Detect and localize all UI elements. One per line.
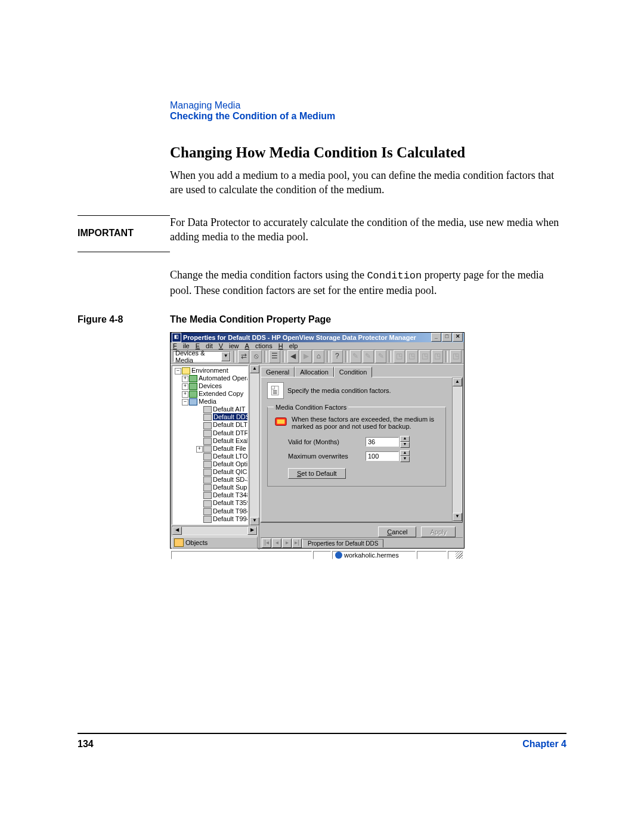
tree-leaf[interactable]: Default DLT [195, 421, 246, 429]
cancel-button[interactable]: Cancel [378, 527, 416, 537]
menu-view[interactable]: View [219, 342, 239, 349]
titlebar[interactable]: ◧ Properties for Default DDS - HP OpenVi… [171, 333, 464, 342]
page-vscroll[interactable]: ▲ ▼ [452, 377, 462, 522]
status-left [171, 551, 312, 559]
nav-prev-icon[interactable]: ◂ [272, 538, 281, 548]
tape-icon [203, 422, 212, 429]
scroll-right-icon[interactable]: ▶ [247, 527, 257, 535]
tree-leaf[interactable]: Default QIC [195, 468, 246, 476]
valid-for-label: Valid for (Months) [288, 438, 366, 445]
set-to-default-button[interactable]: Set to Default [288, 468, 346, 479]
nav-first-icon[interactable]: |◂ [262, 538, 271, 548]
scroll-left-icon[interactable]: ◀ [172, 527, 182, 535]
toolbar-stop-icon[interactable]: ⦸ [250, 350, 262, 363]
chapter-label: Chapter 4 [522, 739, 566, 750]
tree-leaf[interactable]: Default SuperDLT [195, 484, 246, 491]
tree-leaf[interactable]: Default AIT [195, 405, 246, 413]
scroll-down-icon[interactable]: ▼ [453, 513, 462, 521]
tree-leaf[interactable]: Default Exabyte [195, 437, 246, 445]
toolbar-fwd-icon[interactable]: ▶ [300, 350, 311, 363]
figure-label: Figure 4-8 [78, 314, 170, 325]
toolbar-back-icon[interactable]: ◀ [287, 350, 299, 363]
tree-leaf-selected[interactable]: Default DDS [195, 413, 246, 421]
toolbar-icon-g[interactable]: ◳ [432, 350, 443, 363]
spin-down-icon[interactable]: ▼ [400, 456, 410, 462]
dialog-window: ◧ Properties for Default DDS - HP OpenVi… [170, 332, 465, 549]
spin-up-icon[interactable]: ▲ [400, 450, 410, 456]
objects-tab[interactable]: Objects [172, 537, 258, 549]
tree-root[interactable]: Environment [174, 367, 246, 374]
apply-button[interactable]: Apply [421, 527, 456, 537]
toolbar-icon-h[interactable]: ◳ [450, 350, 462, 363]
tree-leaf[interactable]: Default File [195, 445, 246, 453]
minimize-button[interactable]: _ [431, 333, 441, 342]
window-title: Properties for Default DDS - HP OpenView… [183, 334, 431, 341]
nav-next-icon[interactable]: ▸ [282, 538, 292, 548]
resize-grip-icon[interactable] [448, 551, 463, 559]
maximize-button[interactable]: □ [442, 333, 452, 342]
bottom-tab[interactable]: Properties for Default DDS [302, 539, 383, 547]
tape-icon [203, 492, 212, 499]
tree-vscroll[interactable]: ▲ ▼ [249, 364, 259, 526]
toolbar-icon-b[interactable]: ✎ [363, 350, 374, 363]
tree-item[interactable]: Extended Copy [181, 390, 246, 398]
scroll-up-icon[interactable]: ▲ [453, 378, 462, 386]
menu-actions[interactable]: Actions [245, 342, 273, 349]
menu-help[interactable]: Help [278, 342, 298, 349]
tree-leaf[interactable]: Default Optical [195, 460, 246, 468]
tape-icon [203, 516, 212, 523]
menu-file[interactable]: File [173, 342, 190, 349]
tree-leaf[interactable]: Default SD-3 [195, 476, 246, 484]
tree[interactable]: Environment Automated Operations Devices… [172, 366, 248, 525]
device-icon [189, 383, 197, 390]
tree-leaf[interactable]: Default T3480/T4890 [195, 491, 246, 499]
code-condition: Condition [367, 270, 422, 281]
tree-item-media[interactable]: Media [181, 398, 246, 405]
toolbar-icon-c[interactable]: ✎ [375, 350, 386, 363]
scroll-up-icon[interactable]: ▲ [250, 365, 259, 373]
folder-icon [182, 367, 190, 374]
tape-icon [203, 445, 212, 453]
tab-condition[interactable]: Condition [334, 367, 372, 377]
tree-leaf[interactable]: Default LTO-Ultrium [195, 453, 246, 460]
toolbar-icon-d[interactable]: ◳ [394, 350, 405, 363]
scroll-down-icon[interactable]: ▼ [250, 517, 259, 525]
tab-general[interactable]: General [261, 367, 295, 377]
toolbar-home-icon[interactable]: ⌂ [313, 350, 324, 363]
tree-item[interactable]: Automated Operations [181, 374, 246, 382]
toolbar-icon-f[interactable]: ◳ [419, 350, 431, 363]
tab-allocation[interactable]: Allocation [295, 367, 334, 377]
media-icon [189, 398, 197, 405]
condition-paragraph: Change the media condition factors using… [170, 268, 566, 298]
bottom-tabs: |◂ ◂ ▸ ▸| Properties for Default DDS [261, 537, 463, 549]
spin-down-icon[interactable]: ▼ [400, 442, 410, 448]
chevron-down-icon[interactable]: ▼ [221, 352, 230, 361]
toolbar-help-icon[interactable]: ? [332, 350, 343, 363]
tree-leaf[interactable]: Default T9840 [195, 507, 246, 515]
app-icon: ◧ [172, 333, 181, 342]
menu-edit[interactable]: Edit [196, 342, 213, 349]
tree-leaf[interactable]: Default DTF [195, 429, 246, 437]
context-selector[interactable]: Devices & Media ▼ [173, 351, 231, 362]
intro-paragraph: When you add a medium to a media pool, y… [170, 168, 566, 197]
important-label: IMPORTANT [78, 227, 170, 239]
toolbar-icon-e[interactable]: ◳ [406, 350, 417, 363]
valid-for-input[interactable] [366, 437, 399, 447]
nav-last-icon[interactable]: ▸| [292, 538, 302, 548]
tape-icon [203, 508, 212, 515]
tree-pane: Environment Automated Operations Devices… [171, 364, 259, 550]
tree-item[interactable]: Devices [181, 382, 246, 390]
figure-caption: The Media Condition Property Page [170, 314, 331, 325]
toolbar-list-icon[interactable]: ☰ [269, 350, 280, 363]
tree-hscroll[interactable]: ◀ ▶ [172, 526, 258, 535]
globe-icon [335, 552, 342, 559]
tree-leaf[interactable]: Default T9940 [195, 515, 246, 523]
spin-up-icon[interactable]: ▲ [400, 436, 410, 442]
toolbar-connect-icon[interactable]: ⇄ [238, 350, 249, 363]
toolbar-icon-a[interactable]: ✎ [350, 350, 361, 363]
copy-icon [189, 391, 197, 398]
tape-icon [203, 500, 212, 507]
close-button[interactable]: ✕ [453, 333, 463, 342]
tree-leaf[interactable]: Default T3590 [195, 499, 246, 507]
max-overwrites-input[interactable] [366, 451, 399, 461]
